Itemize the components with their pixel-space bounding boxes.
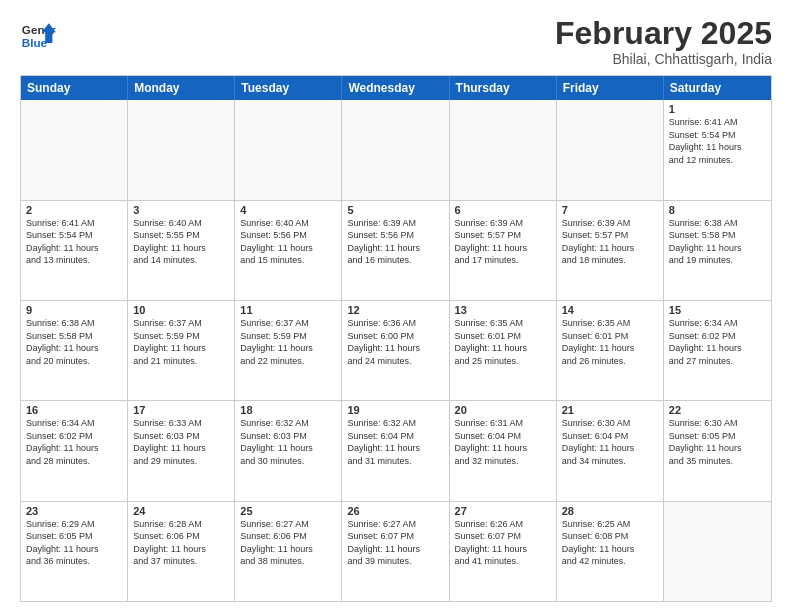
calendar-cell: 18Sunrise: 6:32 AM Sunset: 6:03 PM Dayli…: [235, 401, 342, 500]
weekday-header-tuesday: Tuesday: [235, 76, 342, 100]
calendar-cell: 12Sunrise: 6:36 AM Sunset: 6:00 PM Dayli…: [342, 301, 449, 400]
day-number: 7: [562, 204, 658, 216]
day-number: 19: [347, 404, 443, 416]
calendar-cell: [235, 100, 342, 199]
calendar-cell: 23Sunrise: 6:29 AM Sunset: 6:05 PM Dayli…: [21, 502, 128, 601]
calendar-cell: 11Sunrise: 6:37 AM Sunset: 5:59 PM Dayli…: [235, 301, 342, 400]
calendar-cell: 27Sunrise: 6:26 AM Sunset: 6:07 PM Dayli…: [450, 502, 557, 601]
day-number: 22: [669, 404, 766, 416]
page: General Blue February 2025 Bhilai, Chhat…: [0, 0, 792, 612]
month-title: February 2025: [555, 16, 772, 51]
calendar-cell: 20Sunrise: 6:31 AM Sunset: 6:04 PM Dayli…: [450, 401, 557, 500]
day-number: 2: [26, 204, 122, 216]
calendar-cell: 8Sunrise: 6:38 AM Sunset: 5:58 PM Daylig…: [664, 201, 771, 300]
day-number: 23: [26, 505, 122, 517]
calendar-row-4: 23Sunrise: 6:29 AM Sunset: 6:05 PM Dayli…: [21, 501, 771, 601]
calendar-cell: 3Sunrise: 6:40 AM Sunset: 5:55 PM Daylig…: [128, 201, 235, 300]
day-number: 11: [240, 304, 336, 316]
day-number: 17: [133, 404, 229, 416]
day-number: 27: [455, 505, 551, 517]
cell-info: Sunrise: 6:41 AM Sunset: 5:54 PM Dayligh…: [26, 217, 122, 267]
calendar-cell: 22Sunrise: 6:30 AM Sunset: 6:05 PM Dayli…: [664, 401, 771, 500]
cell-info: Sunrise: 6:30 AM Sunset: 6:04 PM Dayligh…: [562, 417, 658, 467]
weekday-header-thursday: Thursday: [450, 76, 557, 100]
cell-info: Sunrise: 6:34 AM Sunset: 6:02 PM Dayligh…: [26, 417, 122, 467]
cell-info: Sunrise: 6:26 AM Sunset: 6:07 PM Dayligh…: [455, 518, 551, 568]
day-number: 5: [347, 204, 443, 216]
calendar-cell: [342, 100, 449, 199]
calendar-cell: 14Sunrise: 6:35 AM Sunset: 6:01 PM Dayli…: [557, 301, 664, 400]
cell-info: Sunrise: 6:38 AM Sunset: 5:58 PM Dayligh…: [669, 217, 766, 267]
calendar-row-3: 16Sunrise: 6:34 AM Sunset: 6:02 PM Dayli…: [21, 400, 771, 500]
day-number: 16: [26, 404, 122, 416]
cell-info: Sunrise: 6:36 AM Sunset: 6:00 PM Dayligh…: [347, 317, 443, 367]
cell-info: Sunrise: 6:28 AM Sunset: 6:06 PM Dayligh…: [133, 518, 229, 568]
calendar-cell: 7Sunrise: 6:39 AM Sunset: 5:57 PM Daylig…: [557, 201, 664, 300]
cell-info: Sunrise: 6:27 AM Sunset: 6:06 PM Dayligh…: [240, 518, 336, 568]
location: Bhilai, Chhattisgarh, India: [555, 51, 772, 67]
cell-info: Sunrise: 6:38 AM Sunset: 5:58 PM Dayligh…: [26, 317, 122, 367]
calendar-cell: 10Sunrise: 6:37 AM Sunset: 5:59 PM Dayli…: [128, 301, 235, 400]
cell-info: Sunrise: 6:33 AM Sunset: 6:03 PM Dayligh…: [133, 417, 229, 467]
svg-text:Blue: Blue: [22, 36, 48, 49]
day-number: 25: [240, 505, 336, 517]
header: General Blue February 2025 Bhilai, Chhat…: [20, 16, 772, 67]
cell-info: Sunrise: 6:35 AM Sunset: 6:01 PM Dayligh…: [562, 317, 658, 367]
calendar-cell: 2Sunrise: 6:41 AM Sunset: 5:54 PM Daylig…: [21, 201, 128, 300]
cell-info: Sunrise: 6:27 AM Sunset: 6:07 PM Dayligh…: [347, 518, 443, 568]
calendar-cell: 19Sunrise: 6:32 AM Sunset: 6:04 PM Dayli…: [342, 401, 449, 500]
cell-info: Sunrise: 6:25 AM Sunset: 6:08 PM Dayligh…: [562, 518, 658, 568]
day-number: 18: [240, 404, 336, 416]
calendar-cell: [450, 100, 557, 199]
logo: General Blue: [20, 16, 56, 52]
day-number: 1: [669, 103, 766, 115]
cell-info: Sunrise: 6:40 AM Sunset: 5:55 PM Dayligh…: [133, 217, 229, 267]
calendar-cell: 16Sunrise: 6:34 AM Sunset: 6:02 PM Dayli…: [21, 401, 128, 500]
weekday-header-sunday: Sunday: [21, 76, 128, 100]
logo-icon: General Blue: [20, 16, 56, 52]
calendar-cell: [557, 100, 664, 199]
cell-info: Sunrise: 6:39 AM Sunset: 5:57 PM Dayligh…: [562, 217, 658, 267]
calendar-cell: 15Sunrise: 6:34 AM Sunset: 6:02 PM Dayli…: [664, 301, 771, 400]
day-number: 12: [347, 304, 443, 316]
calendar-cell: 6Sunrise: 6:39 AM Sunset: 5:57 PM Daylig…: [450, 201, 557, 300]
calendar: SundayMondayTuesdayWednesdayThursdayFrid…: [20, 75, 772, 602]
day-number: 14: [562, 304, 658, 316]
cell-info: Sunrise: 6:32 AM Sunset: 6:03 PM Dayligh…: [240, 417, 336, 467]
calendar-row-0: 1Sunrise: 6:41 AM Sunset: 5:54 PM Daylig…: [21, 100, 771, 199]
calendar-cell: [21, 100, 128, 199]
day-number: 9: [26, 304, 122, 316]
calendar-cell: 4Sunrise: 6:40 AM Sunset: 5:56 PM Daylig…: [235, 201, 342, 300]
day-number: 21: [562, 404, 658, 416]
cell-info: Sunrise: 6:39 AM Sunset: 5:57 PM Dayligh…: [455, 217, 551, 267]
day-number: 28: [562, 505, 658, 517]
calendar-cell: 24Sunrise: 6:28 AM Sunset: 6:06 PM Dayli…: [128, 502, 235, 601]
calendar-header: SundayMondayTuesdayWednesdayThursdayFrid…: [21, 76, 771, 100]
day-number: 8: [669, 204, 766, 216]
calendar-cell: 13Sunrise: 6:35 AM Sunset: 6:01 PM Dayli…: [450, 301, 557, 400]
calendar-cell: 26Sunrise: 6:27 AM Sunset: 6:07 PM Dayli…: [342, 502, 449, 601]
cell-info: Sunrise: 6:30 AM Sunset: 6:05 PM Dayligh…: [669, 417, 766, 467]
weekday-header-saturday: Saturday: [664, 76, 771, 100]
cell-info: Sunrise: 6:39 AM Sunset: 5:56 PM Dayligh…: [347, 217, 443, 267]
cell-info: Sunrise: 6:40 AM Sunset: 5:56 PM Dayligh…: [240, 217, 336, 267]
day-number: 10: [133, 304, 229, 316]
weekday-header-wednesday: Wednesday: [342, 76, 449, 100]
title-area: February 2025 Bhilai, Chhattisgarh, Indi…: [555, 16, 772, 67]
cell-info: Sunrise: 6:32 AM Sunset: 6:04 PM Dayligh…: [347, 417, 443, 467]
day-number: 6: [455, 204, 551, 216]
calendar-cell: 17Sunrise: 6:33 AM Sunset: 6:03 PM Dayli…: [128, 401, 235, 500]
cell-info: Sunrise: 6:41 AM Sunset: 5:54 PM Dayligh…: [669, 116, 766, 166]
weekday-header-friday: Friday: [557, 76, 664, 100]
calendar-cell: [128, 100, 235, 199]
calendar-cell: 1Sunrise: 6:41 AM Sunset: 5:54 PM Daylig…: [664, 100, 771, 199]
cell-info: Sunrise: 6:37 AM Sunset: 5:59 PM Dayligh…: [240, 317, 336, 367]
calendar-cell: 21Sunrise: 6:30 AM Sunset: 6:04 PM Dayli…: [557, 401, 664, 500]
cell-info: Sunrise: 6:31 AM Sunset: 6:04 PM Dayligh…: [455, 417, 551, 467]
calendar-cell: 25Sunrise: 6:27 AM Sunset: 6:06 PM Dayli…: [235, 502, 342, 601]
calendar-row-1: 2Sunrise: 6:41 AM Sunset: 5:54 PM Daylig…: [21, 200, 771, 300]
cell-info: Sunrise: 6:34 AM Sunset: 6:02 PM Dayligh…: [669, 317, 766, 367]
day-number: 26: [347, 505, 443, 517]
cell-info: Sunrise: 6:35 AM Sunset: 6:01 PM Dayligh…: [455, 317, 551, 367]
day-number: 24: [133, 505, 229, 517]
